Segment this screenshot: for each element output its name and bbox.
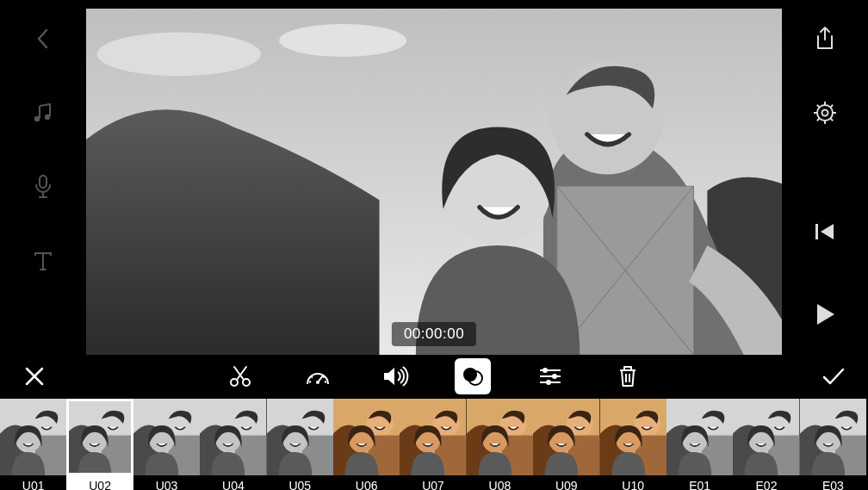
cut-button[interactable] — [222, 358, 258, 394]
filter-label: U07 — [422, 475, 444, 490]
speed-button[interactable] — [300, 358, 336, 394]
filter-label: U06 — [356, 475, 378, 490]
filter-label: E01 — [689, 475, 710, 490]
filter-thumb — [267, 399, 333, 475]
filter-thumb — [600, 399, 666, 475]
filter-u01[interactable]: U01 — [0, 399, 66, 490]
svg-line-27 — [323, 376, 325, 378]
filter-label: U01 — [22, 475, 45, 490]
filter-label: U03 — [156, 475, 178, 490]
filter-u04[interactable]: U04 — [200, 399, 266, 490]
filter-e01[interactable]: E01 — [666, 399, 733, 490]
filter-u03[interactable]: U03 — [133, 399, 200, 490]
skip-previous-icon — [813, 221, 837, 242]
svg-point-5 — [279, 24, 406, 57]
filter-label: U04 — [222, 475, 245, 490]
music-icon — [31, 101, 55, 125]
volume-icon — [381, 365, 409, 388]
filter-label: E03 — [822, 475, 844, 490]
filter-u09[interactable]: U09 — [533, 399, 599, 490]
svg-point-4 — [97, 33, 261, 77]
play-button[interactable] — [810, 300, 840, 329]
filter-label: U10 — [622, 475, 644, 490]
volume-button[interactable] — [377, 358, 413, 394]
filter-thumb — [800, 399, 866, 475]
filter-strip[interactable]: U01 U02 U03 U04 — [0, 399, 868, 490]
preview-image: 00:00:00 — [86, 9, 782, 355]
filter-thumb — [733, 399, 799, 475]
left-rail — [0, 0, 86, 355]
filter-thumb — [467, 399, 533, 475]
svg-rect-2 — [40, 176, 46, 188]
filter-u10[interactable]: U10 — [600, 399, 666, 490]
svg-point-10 — [822, 110, 828, 116]
filter-e03[interactable]: E03 — [800, 399, 866, 490]
filter-thumb — [133, 399, 200, 475]
filter-thumb — [666, 399, 733, 475]
filter-label: U05 — [288, 475, 311, 490]
svg-line-17 — [817, 118, 820, 121]
upper-region: 00:00:00 — [0, 0, 868, 355]
filter-thumb — [200, 399, 266, 475]
svg-rect-19 — [815, 224, 818, 239]
svg-line-23 — [318, 375, 323, 382]
svg-line-18 — [830, 105, 833, 108]
svg-line-15 — [817, 105, 820, 108]
chevron-left-icon — [34, 27, 52, 51]
timecode-badge: 00:00:00 — [392, 322, 476, 346]
sliders-icon — [537, 365, 563, 388]
svg-line-24 — [309, 381, 311, 382]
text-button[interactable] — [28, 246, 58, 276]
svg-point-35 — [552, 374, 557, 379]
scissors-icon — [227, 363, 253, 389]
svg-point-34 — [542, 368, 548, 373]
trash-icon — [617, 363, 639, 389]
text-icon — [31, 249, 55, 273]
filter-thumb — [400, 399, 466, 475]
check-icon — [821, 366, 846, 387]
filter-label: E02 — [756, 475, 778, 490]
filter-thumb — [0, 399, 66, 475]
svg-line-16 — [830, 118, 833, 121]
voiceover-button[interactable] — [28, 172, 58, 202]
settings-button[interactable] — [810, 98, 840, 127]
filter-label: U08 — [489, 475, 512, 490]
confirm-button[interactable] — [799, 366, 868, 387]
preview-area: 00:00:00 — [86, 0, 782, 355]
music-button[interactable] — [28, 98, 58, 127]
share-icon — [814, 26, 836, 52]
edit-toolbar — [0, 355, 868, 399]
svg-point-1 — [45, 115, 50, 120]
speedometer-icon — [304, 365, 332, 388]
filter-overlap-icon — [460, 363, 486, 389]
play-icon — [814, 302, 836, 326]
previous-button[interactable] — [810, 217, 840, 246]
filter-button[interactable] — [455, 358, 491, 394]
delete-button[interactable] — [610, 358, 646, 394]
svg-point-36 — [546, 380, 551, 385]
filter-e02[interactable]: E02 — [733, 399, 799, 490]
back-button[interactable] — [28, 24, 58, 53]
video-editor-app: 00:00:00 — [0, 0, 868, 490]
right-rail — [782, 0, 868, 355]
svg-line-25 — [311, 376, 313, 378]
filter-u05[interactable]: U05 — [267, 399, 333, 490]
filter-thumb — [533, 399, 599, 475]
svg-line-28 — [325, 381, 326, 382]
filter-label: U09 — [555, 475, 578, 490]
microphone-icon — [33, 174, 53, 200]
cancel-button[interactable] — [0, 365, 69, 388]
toolbar-center — [69, 358, 799, 394]
adjust-button[interactable] — [532, 358, 568, 394]
filter-u07[interactable]: U07 — [400, 399, 466, 490]
gear-icon — [813, 101, 837, 125]
filter-u06[interactable]: U06 — [333, 399, 400, 490]
share-button[interactable] — [810, 24, 840, 53]
filter-thumb — [333, 399, 400, 475]
filter-u08[interactable]: U08 — [467, 399, 533, 490]
filter-thumb — [66, 399, 133, 475]
svg-point-9 — [817, 105, 833, 121]
close-icon — [23, 365, 46, 388]
svg-point-0 — [34, 116, 40, 121]
filter-u02[interactable]: U02 — [66, 399, 133, 490]
